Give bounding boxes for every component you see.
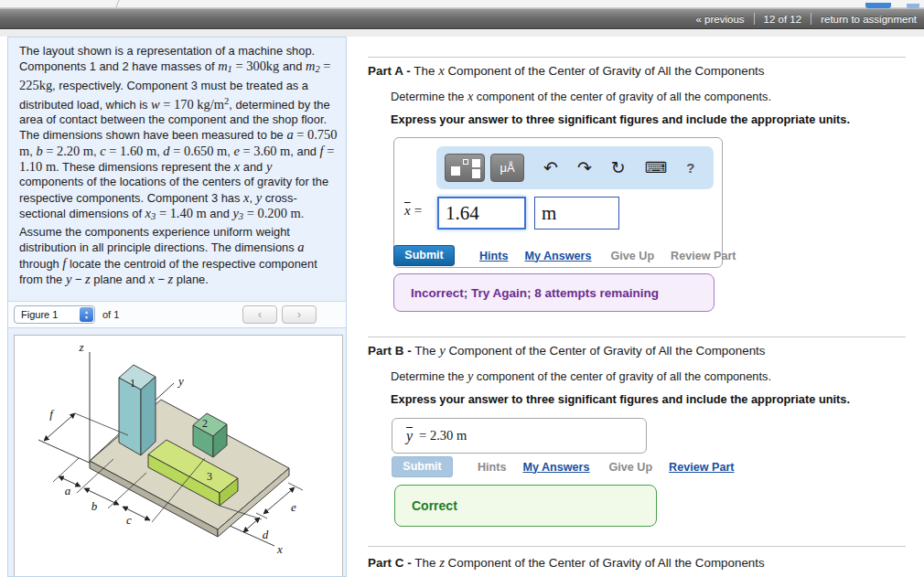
answer-symbol: x=: [404, 203, 422, 219]
dimension-arrow-d: [243, 518, 260, 532]
hints-link: Hints: [478, 461, 506, 474]
part-a-prompt-pre: Determine the: [391, 90, 467, 103]
part-b-answer-value: = 2.30 m: [419, 428, 467, 443]
component-1-label: 1: [130, 377, 135, 390]
dimension-label-b: b: [91, 499, 98, 513]
y-axis-label: y: [177, 374, 184, 388]
submit-button-disabled: Submit: [392, 456, 453, 477]
hints-link[interactable]: Hints: [479, 250, 508, 262]
part-a-express-instruction: Express your answer to three significant…: [391, 112, 850, 126]
my-answers-link[interactable]: My Answers: [524, 250, 591, 262]
navbar-divider: [811, 13, 811, 25]
part-a-heading-post: Component of the Center of Gravity of Al…: [445, 64, 765, 78]
figure-prev-button[interactable]: ‹: [242, 305, 277, 324]
review-part-link[interactable]: Review Part: [669, 461, 734, 474]
y-bar-symbol: y: [406, 428, 413, 444]
tick-d-right: [256, 513, 267, 518]
dimension-label-f: f: [49, 407, 55, 421]
part-a-heading-prefix: Part A -: [368, 64, 414, 78]
part-a-prompt: Determine the x component of the center …: [391, 89, 771, 104]
component-3-label: 3: [207, 470, 212, 483]
part-b-heading: Part B - The y Component of the Center o…: [368, 343, 766, 358]
part-c-heading-post: Component of the Center of Gravity of Al…: [445, 556, 765, 570]
problem-panel: The layout shown is a representation of …: [7, 37, 347, 577]
browser-chrome-strip: [0, 0, 924, 8]
part-b-answer-display: y = 2.30 m: [392, 418, 647, 454]
part-a-feedback-incorrect: Incorrect; Try Again; 8 attempts remaini…: [393, 273, 714, 312]
component-1-box: 1: [119, 365, 156, 455]
template-icon-outline: [463, 159, 468, 165]
review-part-link[interactable]: Review Part: [671, 250, 736, 262]
part-b-prompt: Determine the y component of the center …: [391, 369, 771, 384]
figure-select-dropdown[interactable]: Figure 1 ▲ ▼: [14, 305, 95, 324]
assignment-navbar: « previous 12 of 12 return to assignment: [0, 8, 924, 29]
machine-shop-diagram: 1 3 2: [16, 337, 338, 577]
tab-edge-line: [115, 0, 119, 7]
parts-panel: Part A - The x Component of the Center o…: [357, 37, 924, 577]
part-a-action-row: Submit Hints My Answers Give Up Review P…: [393, 245, 736, 266]
stepper-up-arrow: ▲: [84, 310, 89, 315]
dimension-arrow-b: [84, 488, 119, 505]
figure-count-label: of 1: [102, 309, 119, 320]
figure-image-frame: 1 3 2: [14, 335, 343, 577]
part-c-heading: Part C - The z Component of the Center o…: [368, 555, 765, 571]
section-divider: [368, 546, 906, 547]
give-up-link: Give Up: [609, 461, 653, 474]
template-icon-upper: [472, 159, 480, 167]
figure-next-button[interactable]: ›: [282, 305, 317, 324]
z-axis-label: z: [78, 340, 83, 354]
part-c-heading-prefix: Part C -: [368, 556, 414, 570]
equation-template-button[interactable]: [445, 154, 485, 182]
previous-link[interactable]: « previous: [696, 14, 745, 25]
navbar-substrip: [0, 30, 924, 37]
equation-toolbar: μÅ ↶ ↷ ↻ ⌨ ?: [436, 146, 714, 189]
dimension-label-e: e: [291, 500, 296, 514]
part-b-feedback-correct: Correct: [394, 485, 657, 527]
page-indicator: 12 of 12: [764, 14, 802, 25]
redo-icon[interactable]: ↷: [577, 154, 592, 182]
figure-selector-bar: Figure 1 ▲ ▼ of 1 ‹ ›: [8, 301, 346, 328]
part-c-heading-pre: The: [414, 556, 439, 570]
x-axis-label: x: [276, 542, 283, 556]
part-b-heading-prefix: Part B -: [368, 344, 414, 358]
part-b-heading-post: Component of the Center of Gravity of Al…: [446, 344, 766, 358]
submit-button[interactable]: Submit: [393, 245, 455, 266]
part-a-heading-pre: The: [414, 64, 438, 78]
section-divider: [368, 337, 906, 337]
part-b-action-row: Submit Hints My Answers Give Up Review P…: [392, 456, 735, 477]
help-icon[interactable]: ?: [686, 154, 694, 182]
figure-stepper-icon[interactable]: ▲ ▼: [80, 307, 93, 322]
answer-unit-input[interactable]: [534, 197, 619, 230]
dimension-label-c: c: [126, 513, 132, 527]
stepper-down-arrow: ▼: [84, 315, 89, 320]
component-1-side: [141, 377, 156, 455]
part-b-heading-pre: The: [414, 344, 439, 358]
problem-statement: The layout shown is a representation of …: [19, 44, 339, 302]
give-up-link[interactable]: Give Up: [611, 250, 655, 262]
my-answers-link[interactable]: My Answers: [522, 461, 589, 474]
figure-nav-buttons: ‹ ›: [242, 305, 317, 324]
section-divider: [368, 57, 906, 58]
part-b-prompt-post: component of the center of gravity of al…: [473, 369, 771, 383]
figure-select-value: Figure 1: [21, 309, 58, 320]
reset-icon[interactable]: ↻: [611, 154, 626, 182]
equals-sign: =: [414, 203, 422, 218]
dimension-arrow-f: [44, 413, 75, 441]
tick-a-left: [53, 458, 79, 482]
template-icon-lower: [472, 169, 480, 178]
units-button[interactable]: μÅ: [490, 154, 524, 182]
tick-e-right: [288, 483, 303, 490]
keyboard-icon[interactable]: ⌨: [645, 154, 668, 182]
part-a-heading: Part A - The x Component of the Center o…: [368, 63, 765, 79]
x-bar-symbol: x: [404, 203, 411, 218]
part-b-express-instruction: Express your answer to three significant…: [391, 392, 850, 406]
part-b-prompt-pre: Determine the: [391, 369, 467, 383]
answer-value-input[interactable]: [437, 197, 526, 230]
undo-icon[interactable]: ↶: [543, 154, 558, 182]
navbar-divider: [754, 13, 755, 25]
part-a-prompt-post: component of the center of gravity of al…: [473, 90, 771, 103]
return-to-assignment-link[interactable]: return to assignment: [821, 14, 917, 25]
dimension-label-d: d: [263, 528, 269, 541]
component-2-label: 2: [202, 417, 208, 430]
template-icon: [451, 166, 460, 176]
